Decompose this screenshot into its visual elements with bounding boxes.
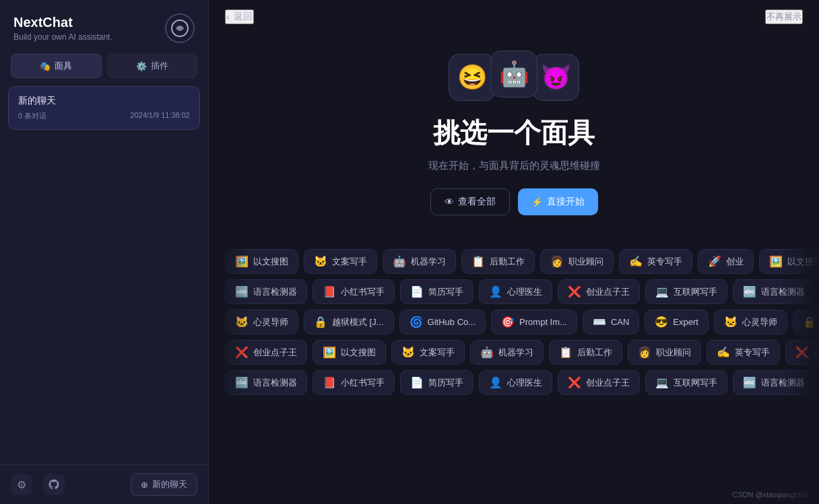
mask-card[interactable]: 📋后勤工作 — [549, 340, 622, 365]
mask-card-icon: 🤖 — [480, 346, 494, 359]
sidebar-footer: ⚙ ⊕ 新的聊天 — [0, 464, 208, 504]
mask-card[interactable]: 🔤语言检测器 — [733, 279, 815, 304]
mask-card-icon: 🐱 — [235, 316, 249, 328]
view-all-button[interactable]: 👁 查看全部 — [430, 188, 510, 215]
mask-card[interactable]: 📋后勤工作 — [461, 249, 535, 274]
mask-card-icon: 👤 — [489, 285, 502, 298]
mask-card-icon: 📄 — [410, 376, 424, 389]
mask-card-label: 以文搜图 — [253, 256, 288, 268]
github-icon[interactable] — [43, 474, 65, 495]
mask-card[interactable]: ⌨️CAN — [583, 310, 639, 334]
mask-card[interactable]: ✍️英专写手 — [619, 249, 692, 274]
mask-row-4: ❌创业点子王🖼️以文搜图🐱文案写手🤖机器学习📋后勤工作👩职业顾问✍️英专写手❌创… — [225, 340, 803, 365]
hero-subtitle: 现在开始，与面具背后的灵魂思维碰撞 — [428, 159, 600, 172]
mask-tab-label: 面具 — [55, 60, 72, 72]
mask-card[interactable]: ❌创业点子王 — [785, 340, 819, 365]
chat-item-meta: 0 条对话 2024/1/9 11:38:02 — [18, 111, 190, 121]
mask-card[interactable]: ❌创业点子王 — [225, 340, 307, 365]
new-chat-button[interactable]: ⊕ 新的聊天 — [131, 473, 197, 496]
back-chevron-icon: ‹ — [226, 11, 230, 22]
mask-card-label: 职业顾问 — [656, 347, 691, 359]
mask-card-label: 文案写手 — [332, 256, 367, 268]
settings-icon[interactable]: ⚙ — [11, 474, 32, 495]
mask-card[interactable]: 🖼️以文搜图 — [225, 249, 298, 274]
mask-card[interactable]: 🐱文案写手 — [391, 340, 465, 365]
tab-plugins[interactable]: ⚙️ 插件 — [107, 54, 198, 78]
mask-card[interactable]: 🖼️以文搜图 — [313, 340, 386, 365]
mask-card[interactable]: 🔒越狱模式 [J... — [304, 310, 394, 334]
mask-card[interactable]: 📕小红书写手 — [313, 279, 395, 304]
new-chat-label: 新的聊天 — [152, 478, 187, 491]
mask-card[interactable]: 😎Expert — [645, 310, 709, 334]
mask-card[interactable]: 👤心理医生 — [479, 370, 552, 395]
mask-card-icon: 🐱 — [314, 255, 327, 268]
mask-card[interactable]: 🐱文案写手 — [304, 249, 377, 274]
mask-card[interactable]: 👤心理医生 — [479, 279, 552, 304]
mask-card[interactable]: 🐱心灵导师 — [714, 310, 787, 334]
mask-card-label: 创业 — [726, 256, 744, 268]
mask-card-label: 小红书写手 — [341, 286, 385, 298]
mask-card[interactable]: 📄简历写手 — [400, 370, 473, 395]
mask-card[interactable]: 🐱心灵导师 — [225, 310, 298, 334]
hero-icons: 😆 🤖 😈 — [451, 54, 577, 101]
back-button[interactable]: ‹ 返回 — [225, 9, 254, 24]
mask-card[interactable]: 🎯Prompt Im... — [491, 310, 577, 334]
plugin-tab-label: 插件 — [151, 60, 168, 72]
mask-card-icon: 📋 — [559, 346, 572, 359]
view-all-label: 查看全部 — [458, 196, 496, 208]
mask-card[interactable]: ✍️英专写手 — [707, 340, 780, 365]
plugin-tab-icon: ⚙️ — [136, 61, 147, 71]
mask-card[interactable]: 🚀创业 — [698, 249, 754, 274]
lightning-icon: ⚡ — [531, 196, 543, 207]
mask-card-label: 语言检测器 — [253, 377, 297, 389]
mask-card-label: 创业点子王 — [586, 377, 630, 389]
hero-icon-2: 🤖 — [490, 50, 537, 98]
mask-card[interactable]: 📕小红书写手 — [313, 370, 395, 395]
mask-card[interactable]: 🖼️以文搜图 — [759, 249, 819, 274]
mask-card-label: 互联网写手 — [674, 377, 717, 389]
mask-card[interactable]: 🔒越狱模式 [J... — [793, 310, 819, 334]
mask-card-icon: 💻 — [655, 285, 669, 298]
mask-card-label: 语言检测器 — [761, 377, 805, 389]
chat-item-count: 0 条对话 — [18, 111, 46, 121]
chat-item[interactable]: 新的聊天 0 条对话 2024/1/9 11:38:02 — [8, 86, 200, 130]
app-subtitle: Build your own AI assistant. — [13, 32, 112, 42]
mask-card-label: 英专写手 — [647, 256, 682, 268]
mask-card-label: 职业顾问 — [568, 256, 603, 268]
mask-card-label: 以文搜图 — [341, 347, 376, 359]
mask-row-3: 🐱心灵导师🔒越狱模式 [J...🌀GitHub Co...🎯Prompt Im.… — [225, 310, 803, 334]
mask-card[interactable]: 👩职业顾问 — [628, 340, 701, 365]
mask-card[interactable]: 🔤语言检测器 — [225, 370, 307, 395]
chat-list: 新的聊天 0 条对话 2024/1/9 11:38:02 — [0, 86, 208, 464]
tab-masks[interactable]: 🎭 面具 — [11, 54, 102, 78]
mask-card[interactable]: 🤖机器学习 — [470, 340, 544, 365]
mask-card[interactable]: 💻互联网写手 — [645, 279, 727, 304]
mask-card-icon: 🐱 — [401, 346, 415, 359]
mask-card[interactable]: 🔤语言检测器 — [733, 370, 815, 395]
hero-title: 挑选一个面具 — [433, 114, 595, 151]
no-show-button[interactable]: 不再展示 — [765, 9, 803, 24]
mask-card-icon: 📕 — [323, 376, 336, 389]
mask-card[interactable]: 📄简历写手 — [400, 279, 473, 304]
mask-card-label: 后勤工作 — [490, 256, 525, 268]
mask-row-2: 🔤语言检测器📕小红书写手📄简历写手👤心理医生❌创业点子王💻互联网写手🔤语言检测器… — [225, 279, 803, 304]
mask-card-icon: 🐱 — [724, 316, 738, 328]
mask-tab-icon: 🎭 — [40, 61, 51, 71]
mask-card-icon: 📄 — [410, 285, 424, 298]
mask-card-icon: 📕 — [323, 285, 336, 298]
mask-card-icon: 👩 — [550, 255, 564, 268]
mask-card[interactable]: ❌创业点子王 — [558, 279, 640, 304]
mask-card[interactable]: 💻互联网写手 — [645, 370, 727, 395]
mask-card[interactable]: 🌀GitHub Co... — [399, 310, 486, 334]
mask-card[interactable]: 🤖机器学习 — [383, 249, 456, 274]
start-button[interactable]: ⚡ 直接开始 — [518, 188, 598, 215]
mask-card-label: 以文搜图 — [787, 256, 819, 268]
mask-card[interactable]: 🔤语言检测器 — [225, 279, 307, 304]
mask-card-icon: 👩 — [638, 346, 651, 359]
mask-card-icon: 🌀 — [410, 316, 423, 328]
mask-card-label: Expert — [673, 317, 698, 327]
sidebar-tabs: 🎭 面具 ⚙️ 插件 — [11, 54, 197, 78]
mask-card-label: 心理医生 — [507, 286, 542, 298]
mask-card[interactable]: ❌创业点子王 — [558, 370, 640, 395]
mask-card[interactable]: 👩职业顾问 — [540, 249, 614, 274]
